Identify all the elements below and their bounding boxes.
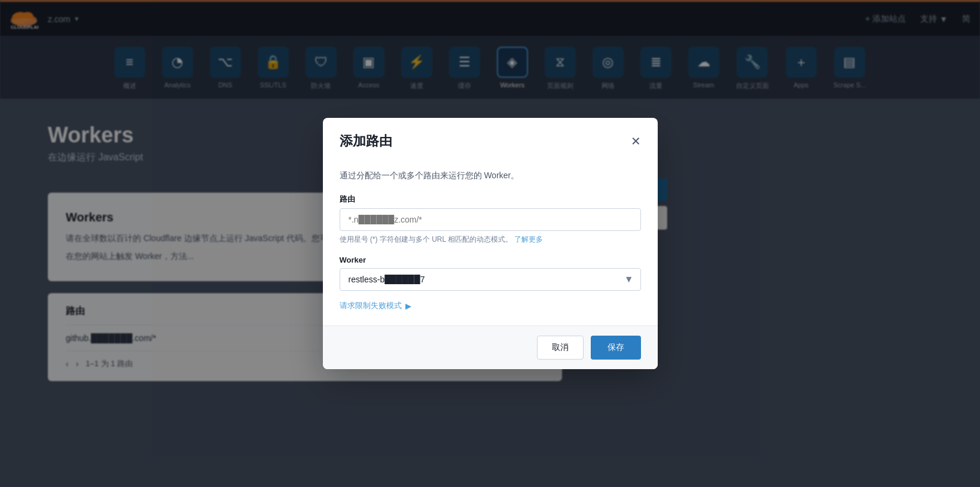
chevron-right-icon: ▶ [405, 302, 411, 311]
modal-footer: 取消 保存 [323, 325, 658, 369]
modal-description: 通过分配给一个或多个路由来运行您的 Worker。 [340, 169, 641, 182]
learn-more-link[interactable]: 了解更多 [514, 235, 543, 244]
modal-body: 通过分配给一个或多个路由来运行您的 Worker。 路由 使用星号 (*) 字符… [323, 160, 658, 325]
modal-close-button[interactable]: ✕ [631, 135, 641, 147]
worker-select[interactable]: restless-b██████7 [340, 268, 641, 291]
worker-field-label: Worker [340, 255, 641, 264]
modal-header: 添加路由 ✕ [323, 118, 658, 160]
save-button[interactable]: 保存 [591, 336, 641, 360]
route-input[interactable] [340, 208, 641, 231]
modal-title: 添加路由 [340, 132, 392, 150]
add-route-modal: 添加路由 ✕ 通过分配给一个或多个路由来运行您的 Worker。 路由 使用星号… [323, 118, 658, 369]
route-hint: 使用星号 (*) 字符创建与多个 URL 相匹配的动态模式。 了解更多 [340, 235, 641, 245]
modal-overlay[interactable]: 添加路由 ✕ 通过分配给一个或多个路由来运行您的 Worker。 路由 使用星号… [0, 0, 980, 487]
failure-mode-link[interactable]: 请求限制失败模式 ▶ [340, 300, 411, 311]
worker-select-wrapper: restless-b██████7 ▼ [340, 268, 641, 291]
cancel-button[interactable]: 取消 [537, 336, 584, 360]
route-field-label: 路由 [340, 194, 641, 205]
